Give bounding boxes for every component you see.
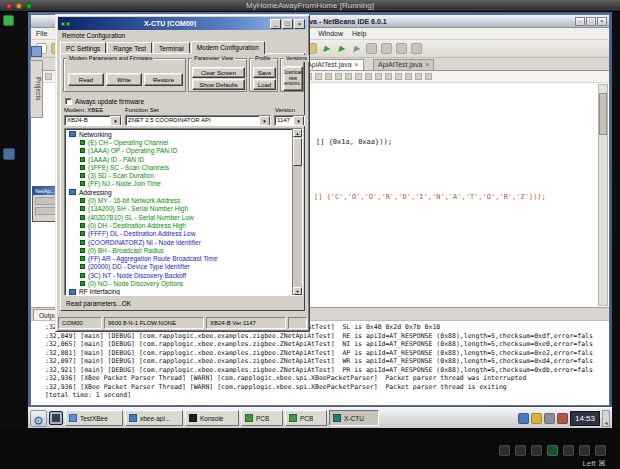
xctu-tab[interactable]: Modem Configuration	[191, 41, 265, 54]
tree-row[interactable]: (1AAA) ID - PAN ID	[67, 155, 291, 163]
editor-toolbar-icon[interactable]	[385, 73, 392, 80]
tab-close-icon[interactable]	[425, 59, 429, 71]
taskbar-button[interactable]: PCB	[241, 410, 283, 426]
parameter-bullet-icon	[69, 131, 76, 137]
function-set-select[interactable]: ZNET 2.5 COORDINATOR API	[125, 115, 271, 126]
write-button[interactable]: Write	[106, 73, 142, 86]
vm-device-icon	[563, 445, 574, 456]
tree-row[interactable]: (20000) DD - Device Type Identifier	[67, 263, 291, 271]
toolbar-icon[interactable]	[396, 43, 407, 54]
editor-toolbar-icon[interactable]	[405, 73, 412, 80]
tree-row[interactable]: (FF) AR - Aggregation Route Broadcast Ti…	[67, 254, 291, 262]
load-button[interactable]: Load	[253, 79, 276, 90]
editor-toolbar-icon[interactable]	[395, 73, 402, 80]
editor-toolbar-icon[interactable]	[365, 73, 372, 80]
editor-toolbar-icon[interactable]	[415, 73, 422, 80]
toolbar-icon[interactable]	[366, 43, 377, 54]
minimize-button[interactable]	[575, 17, 585, 26]
editor-toolbar-icon[interactable]	[345, 73, 352, 80]
restore-button[interactable]: Restore	[144, 73, 183, 86]
scrollbar-thumb[interactable]	[599, 93, 607, 135]
tree-row[interactable]: RF Interfacing	[67, 288, 291, 295]
task-label: Konsole	[200, 415, 224, 422]
menu-remote-configuration[interactable]: Remote Configuration	[62, 32, 125, 39]
editor-toolbar-icon[interactable]	[315, 73, 322, 80]
editor-scrollbar[interactable]	[598, 84, 608, 306]
scroll-down-icon[interactable]	[293, 287, 302, 295]
menu-item[interactable]: Help	[352, 30, 366, 37]
taskbar-button[interactable]: TestXBee	[65, 410, 123, 426]
maximize-button[interactable]	[586, 17, 596, 26]
projects-window-icon[interactable]	[31, 46, 42, 57]
scroll-up-icon[interactable]	[293, 129, 302, 137]
tray-icon[interactable]	[531, 413, 542, 424]
tree-row[interactable]: (1FFE) SC - Scan Channels	[67, 163, 291, 171]
tree-row[interactable]: Addressing	[67, 188, 291, 196]
taskbar-button[interactable]: Konsole	[185, 410, 239, 426]
modem-select[interactable]: XB24-B	[64, 115, 122, 126]
close-button[interactable]	[294, 19, 305, 29]
parameter-label: (FFFF) DL - Destination Address Low	[88, 230, 195, 237]
editor-tab[interactable]: ApiAtTest.java	[373, 59, 434, 71]
tree-row[interactable]: (E) CH - Operating Channel	[67, 138, 291, 146]
toolbar-icon[interactable]	[351, 43, 362, 54]
tree-row[interactable]: (0) MY - 16-bit Network Address	[67, 196, 291, 204]
tray-icon[interactable]	[544, 413, 555, 424]
taskbar-button[interactable]: PCB	[285, 410, 327, 426]
show-defaults-button[interactable]: Show Defaults	[192, 79, 245, 90]
toolbar-icon[interactable]	[381, 43, 392, 54]
tree-row[interactable]: (3) SD - Scan Duration	[67, 171, 291, 179]
tree-row[interactable]: (13A200) SH - Serial Number High	[67, 205, 291, 213]
tree-scrollbar[interactable]	[292, 129, 302, 295]
tree-row[interactable]: (0) BH - Broadcast Radius	[67, 246, 291, 254]
tree-row[interactable]: Networking	[67, 130, 291, 138]
output-console[interactable]: :32,049] [main] [DEBUG] [com.rapplogic.x…	[31, 320, 609, 405]
sidebar-tab-projects[interactable]: Projects	[30, 60, 43, 118]
maximize-button[interactable]	[282, 19, 293, 29]
host-key-indicator: Left ⌘	[582, 459, 606, 468]
host-desktop-icon[interactable]	[3, 15, 14, 26]
clear-screen-button[interactable]: Clear Screen	[192, 67, 245, 78]
tree-row[interactable]: (402D7B10) SL - Serial Number Low	[67, 213, 291, 221]
show-desktop-icon[interactable]	[49, 411, 63, 425]
read-button[interactable]: Read	[68, 73, 104, 86]
save-button[interactable]: Save	[253, 67, 276, 78]
always-update-firmware-checkbox[interactable]: Always update firmware	[65, 98, 144, 105]
minimize-button[interactable]	[270, 19, 281, 29]
tree-row[interactable]: (COORDINATORZ) NI - Node Identifier	[67, 238, 291, 246]
panel-hide-button[interactable]	[602, 410, 610, 427]
tree-row[interactable]: (3C) NT - Node Discovery Backoff	[67, 271, 291, 279]
code-line: [] {'C','O','O','R','D','I','N','A','T',…	[314, 193, 546, 201]
tree-row[interactable]: (FFFF) DL - Destination Address Low	[67, 230, 291, 238]
toolbar-icon[interactable]	[321, 43, 332, 54]
menu-item[interactable]: File	[36, 30, 47, 37]
parameter-bullet-icon	[80, 140, 85, 145]
tree-row[interactable]: (1AAA) OP - Operating PAN ID	[67, 147, 291, 155]
toolbar-icon[interactable]	[411, 43, 422, 54]
tree-row[interactable]: (0) DH - Destination Address High	[67, 221, 291, 229]
k-menu-button[interactable]	[30, 410, 47, 427]
download-versions-button[interactable]: Download new versions...	[283, 66, 303, 91]
taskbar-button[interactable]: X-CTU	[329, 410, 379, 426]
host-desktop-icon[interactable]	[3, 148, 15, 160]
tab-close-icon[interactable]	[355, 59, 359, 71]
editor-toolbar-icon[interactable]	[45, 73, 52, 80]
taskbar-button[interactable]: xbee-api...	[125, 410, 183, 426]
toolbar-icon[interactable]	[336, 43, 347, 54]
version-select[interactable]: 1147	[274, 115, 305, 126]
scrollbar-thumb[interactable]	[293, 138, 302, 166]
tree-row[interactable]: (0) NO - Node Discovery Options	[67, 279, 291, 287]
taskbar-clock[interactable]: 14:53	[570, 411, 600, 426]
menu-item[interactable]: Window	[318, 30, 343, 37]
tree-row[interactable]: (FF) NJ - Node Join Time	[67, 180, 291, 188]
close-button[interactable]	[597, 17, 607, 26]
tray-icon[interactable]	[518, 413, 529, 424]
editor-toolbar-icon[interactable]	[325, 73, 332, 80]
parameter-tree[interactable]: Networking (E) CH - Operating Channel (1…	[64, 128, 303, 296]
app-icon	[69, 414, 77, 422]
editor-toolbar-icon[interactable]	[375, 73, 382, 80]
tray-icon[interactable]	[557, 413, 568, 424]
editor-toolbar-icon[interactable]	[425, 73, 432, 80]
editor-toolbar-icon[interactable]	[355, 73, 362, 80]
editor-toolbar-icon[interactable]	[335, 73, 342, 80]
